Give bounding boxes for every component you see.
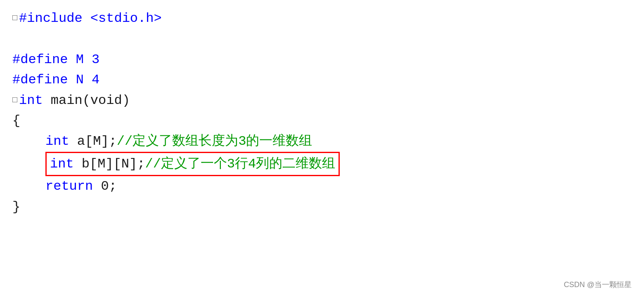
line-open-brace: { — [12, 111, 632, 131]
watermark: CSDN @当一颗恒星 — [564, 280, 632, 290]
array-a-decl: a[M]; — [69, 131, 117, 152]
keyword-return: return — [45, 176, 93, 197]
keyword-int-a: int — [45, 131, 69, 152]
collapse-icon-include[interactable]: □ — [12, 12, 17, 24]
preprocessor-define-m: #define M 3 — [12, 50, 99, 70]
line-main-sig: □int main(void) — [12, 90, 632, 111]
collapse-icon-main[interactable]: □ — [12, 94, 17, 106]
code-container: □#include <stdio.h> #define M 3 #define … — [0, 0, 644, 297]
line-return: return 0; — [12, 176, 632, 197]
keyword-int-b: int — [50, 154, 74, 174]
keyword-int-main: int — [19, 90, 43, 111]
line-include: □#include <stdio.h> — [12, 8, 632, 29]
preprocessor-include: #include — [19, 8, 90, 29]
line-define-n: #define N 4 — [12, 70, 632, 90]
comment-array-a: //定义了数组长度为3的一维数组 — [117, 131, 313, 152]
preprocessor-include-file: <stdio.h> — [90, 8, 162, 29]
empty-line-1 — [12, 29, 632, 50]
line-array-a: int a[M];//定义了数组长度为3的一维数组 — [12, 131, 632, 152]
line-close-brace: } — [12, 197, 632, 217]
open-brace: { — [12, 111, 20, 131]
preprocessor-define-n: #define N 4 — [12, 70, 99, 90]
highlight-array-b: int b[M][N];//定义了一个3行4列的二维数组 — [45, 152, 340, 177]
line-array-b: int b[M][N];//定义了一个3行4列的二维数组 — [12, 152, 632, 177]
line-define-m: #define M 3 — [12, 50, 632, 70]
code-block: □#include <stdio.h> #define M 3 #define … — [12, 8, 632, 217]
comment-array-b: //定义了一个3行4列的二维数组 — [145, 154, 335, 174]
array-b-decl: b[M][N]; — [74, 154, 145, 174]
return-value: 0; — [93, 176, 117, 197]
close-brace: } — [12, 197, 20, 217]
main-signature: main(void) — [43, 90, 130, 111]
